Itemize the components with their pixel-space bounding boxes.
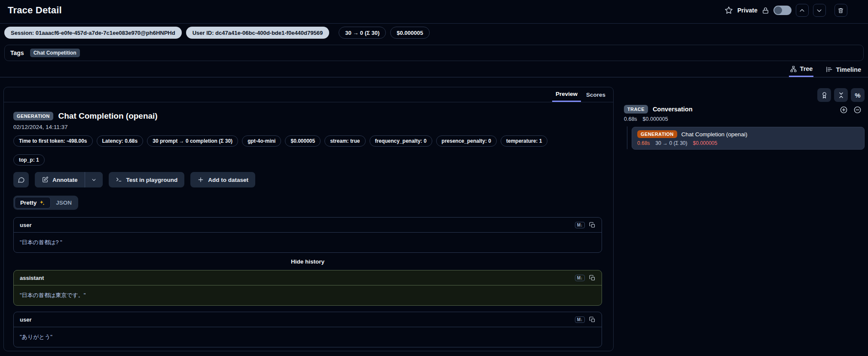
markdown-toggle-icon[interactable]: M↓ xyxy=(575,316,585,323)
lock-icon xyxy=(762,7,769,14)
observation-timestamp: 02/12/2024, 14:11:37 xyxy=(13,124,604,130)
privacy-toggle[interactable] xyxy=(773,6,792,15)
token-usage-badge: 30 → 0 (Σ 30) xyxy=(339,27,386,39)
generation-latency: 0.68s xyxy=(637,140,650,146)
header-actions: Private xyxy=(724,4,847,17)
trace-node[interactable]: TRACE Conversation xyxy=(624,105,693,114)
plus-icon xyxy=(197,176,204,183)
timeline-icon xyxy=(825,66,833,73)
tree-expand-controls xyxy=(840,106,862,114)
trace-type-badge: TRACE xyxy=(624,105,648,114)
trace-meta-badges: Session: 01aaacf6-e0fe-457d-a7de-7c1ee08… xyxy=(4,27,430,39)
observation-title: Chat Completion (openai) xyxy=(58,111,158,121)
collapse-icon[interactable] xyxy=(853,106,862,114)
tag-chip[interactable]: Chat Competition xyxy=(30,49,80,57)
presence-penalty-badge: presence_penalty: 0 xyxy=(436,135,497,147)
user-id-badge[interactable]: User ID: dc47a41e-06bc-400d-bde1-f0e440d… xyxy=(186,27,330,39)
next-trace-button[interactable] xyxy=(813,4,826,17)
generation-node-metrics: 0.68s 30 → 0 (Σ 30) $0.000005 xyxy=(637,140,859,146)
pretty-label: Pretty xyxy=(20,199,37,206)
add-to-dataset-label: Add to dataset xyxy=(208,177,248,183)
panel-tabs: Preview Scores xyxy=(4,87,613,102)
message-block-user-2: user M↓ "ありがとう" xyxy=(13,312,602,347)
privacy-label: Private xyxy=(737,7,758,14)
frequency-penalty-badge: frequency_penalty: 0 xyxy=(370,135,432,147)
tab-preview[interactable]: Preview xyxy=(552,87,581,102)
collapse-all-button[interactable] xyxy=(834,88,848,102)
session-badge[interactable]: Session: 01aaacf6-e0fe-457d-a7de-7c1ee08… xyxy=(4,27,182,39)
message-block-assistant: assistant M↓ "日本の首都は東京です。" xyxy=(13,270,602,306)
generation-cost: $0.000005 xyxy=(693,140,717,146)
generation-node[interactable]: GENERATION Chat Completion (openai) 0.68… xyxy=(632,127,865,150)
delete-trace-button[interactable] xyxy=(834,4,847,17)
metrics-percent-button[interactable]: % xyxy=(851,88,865,102)
trace-title: Conversation xyxy=(653,106,693,113)
latency-badge: Latency: 0.68s xyxy=(97,135,144,147)
copy-icon[interactable] xyxy=(589,275,596,281)
comment-button[interactable] xyxy=(13,172,29,187)
tree-connector-line xyxy=(627,126,627,149)
generation-node-type-badge: GENERATION xyxy=(637,130,677,138)
trace-metrics: 0.68s $0.000005 xyxy=(624,116,668,122)
temperature-badge: temperature: 1 xyxy=(501,135,547,147)
observation-metric-badges: Time to first token: -498.00s Latency: 0… xyxy=(13,135,606,166)
bookmark-star-icon[interactable] xyxy=(724,6,733,15)
observation-panel: Preview Scores GENERATION Chat Completio… xyxy=(3,87,614,351)
expand-all-icon[interactable] xyxy=(840,106,848,114)
message-block-user-1: user M↓ "日本の首都は? " xyxy=(13,217,602,253)
message-role: user xyxy=(20,222,31,228)
add-to-dataset-button[interactable]: Add to dataset xyxy=(190,172,255,187)
format-pretty-segment[interactable]: Pretty xyxy=(15,197,51,209)
tab-timeline-label: Timeline xyxy=(836,66,861,73)
message-content: "ありがとう" xyxy=(14,327,602,347)
message-role: assistant xyxy=(20,275,44,281)
annotate-label: Annotate xyxy=(52,177,78,183)
annotate-pen-icon xyxy=(42,176,49,183)
io-pretty-view: user M↓ "日本の首都は? " Hide history assistan… xyxy=(13,217,602,347)
format-toggle: Pretty JSON xyxy=(13,196,78,210)
annotate-dropdown-button[interactable] xyxy=(85,172,103,187)
previous-trace-button[interactable] xyxy=(796,4,809,17)
message-role: user xyxy=(20,316,31,323)
tags-bar[interactable]: Tags Chat Competition xyxy=(4,45,864,61)
page-title: Trace Detail xyxy=(8,5,62,16)
copy-icon[interactable] xyxy=(589,222,596,228)
markdown-toggle-icon[interactable]: M↓ xyxy=(575,222,585,228)
scores-award-button[interactable] xyxy=(817,88,831,102)
toggle-knob xyxy=(774,6,782,14)
view-tabs-row: Tree Timeline xyxy=(0,62,868,77)
trace-detail-page: Trace Detail Private Session: 01aaacf6-e… xyxy=(0,0,868,356)
sparkles-icon xyxy=(39,200,45,206)
message-content: "日本の首都は東京です。" xyxy=(14,285,602,305)
top-p-badge: top_p: 1 xyxy=(13,154,45,166)
terminal-icon xyxy=(116,176,122,183)
test-in-playground-label: Test in playground xyxy=(126,177,178,183)
stream-badge: stream: true xyxy=(324,135,365,147)
annotate-split-button: Annotate xyxy=(35,172,103,187)
generation-type-badge: GENERATION xyxy=(13,112,53,120)
markdown-toggle-icon[interactable]: M↓ xyxy=(575,275,585,281)
tags-label: Tags xyxy=(10,49,24,56)
tab-tree[interactable]: Tree xyxy=(789,62,814,77)
trace-latency: 0.68s xyxy=(624,116,637,122)
chat-bubble-icon xyxy=(18,176,25,184)
format-json-segment[interactable]: JSON xyxy=(51,197,77,208)
tree-pane-actions: % xyxy=(817,88,865,102)
observation-actions: Annotate Test in playground xyxy=(13,172,604,187)
cost-badge: $0.000005 xyxy=(285,135,321,147)
time-to-first-token-badge: Time to first token: -498.00s xyxy=(13,135,93,147)
copy-icon[interactable] xyxy=(589,316,596,323)
message-content: "日本の首都は? " xyxy=(14,233,602,252)
token-breakdown-badge: 30 prompt → 0 completion (Σ 30) xyxy=(147,135,238,147)
header-divider xyxy=(0,23,868,24)
generation-node-title: Chat Completion (openai) xyxy=(682,131,748,138)
tab-scores[interactable]: Scores xyxy=(583,87,609,102)
annotate-button[interactable]: Annotate xyxy=(35,172,85,187)
generation-tokens: 30 → 0 (Σ 30) xyxy=(655,140,687,146)
chevron-down-icon xyxy=(91,177,97,183)
tab-timeline[interactable]: Timeline xyxy=(825,62,862,77)
tab-tree-label: Tree xyxy=(800,65,813,72)
test-in-playground-button[interactable]: Test in playground xyxy=(109,172,185,187)
hide-history-button[interactable]: Hide history xyxy=(13,253,602,270)
model-badge[interactable]: gpt-4o-mini xyxy=(242,135,281,147)
